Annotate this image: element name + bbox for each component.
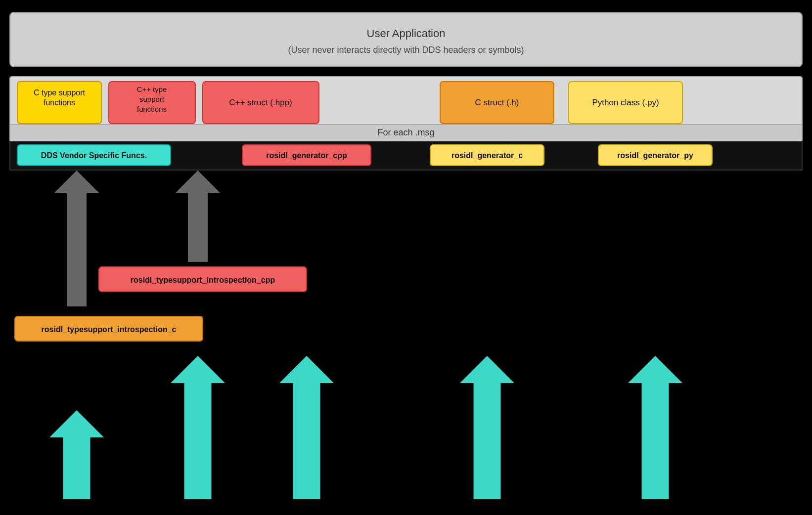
svg-text:For each .msg: For each .msg (377, 128, 434, 137)
svg-text:.msg: .msg (294, 484, 319, 497)
svg-text:User Application: User Application (367, 27, 446, 40)
svg-text:support: support (139, 95, 165, 103)
svg-text:C struct (.h): C struct (.h) (475, 98, 519, 107)
svg-text:rosidl_typesupport_introspecti: rosidl_typesupport_introspection_c (42, 325, 177, 334)
svg-text:Python class (.py): Python class (.py) (592, 98, 659, 107)
svg-text:C type support: C type support (34, 88, 86, 97)
svg-text:C++ struct (.hpp): C++ struct (.hpp) (229, 98, 292, 107)
svg-text:functions: functions (44, 98, 75, 107)
svg-text:.msg: .msg (642, 484, 668, 497)
main-diagram-svg: User Application(User never interacts di… (0, 0, 812, 515)
svg-text:(User never interacts directly: (User never interacts directly with DDS … (288, 45, 524, 55)
svg-text:rosidl_typesupport_introspecti: rosidl_typesupport_introspection_cpp (131, 276, 275, 284)
svg-text:.msg: .msg (474, 484, 499, 497)
svg-text:C++ type: C++ type (137, 85, 167, 93)
svg-text:functions: functions (137, 105, 167, 113)
svg-text:rosidl_generator_c: rosidl_generator_c (451, 151, 523, 160)
svg-text:.msg: .msg (64, 484, 89, 497)
svg-rect-1 (10, 12, 802, 67)
svg-text:rosidl_generator_cpp: rosidl_generator_cpp (266, 151, 347, 160)
svg-text:rosidl_generator_py: rosidl_generator_py (617, 151, 693, 160)
svg-text:.msg: .msg (185, 484, 210, 497)
svg-text:DDS Vendor Specific Funcs.: DDS Vendor Specific Funcs. (41, 151, 147, 160)
